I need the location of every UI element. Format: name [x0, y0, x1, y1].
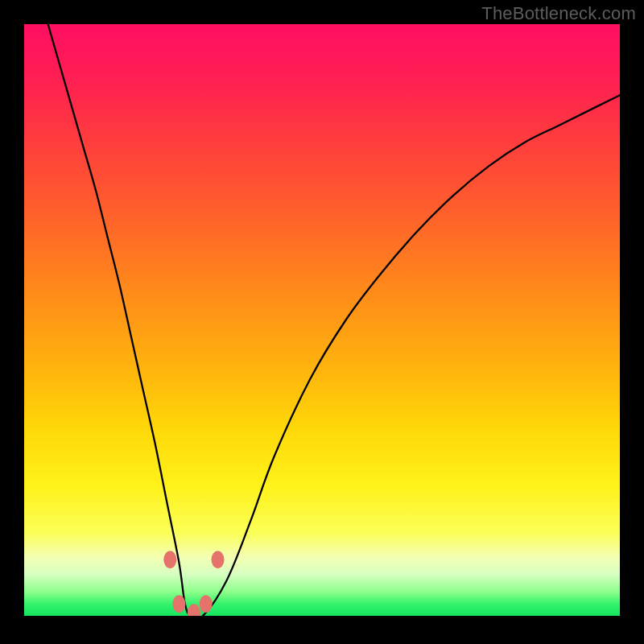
- curve-marker: [200, 595, 213, 613]
- bottleneck-curve-path: [48, 24, 620, 616]
- curve-marker: [188, 604, 200, 616]
- watermark-text: TheBottleneck.com: [481, 3, 636, 24]
- plot-area: [24, 24, 620, 616]
- chart-frame: TheBottleneck.com: [0, 0, 644, 644]
- bottleneck-curve-svg: [24, 24, 620, 616]
- marker-layer: [163, 551, 224, 616]
- curve-marker: [172, 595, 185, 613]
- curve-marker: [163, 551, 176, 568]
- curve-layer: [48, 24, 620, 616]
- curve-marker: [212, 551, 225, 568]
